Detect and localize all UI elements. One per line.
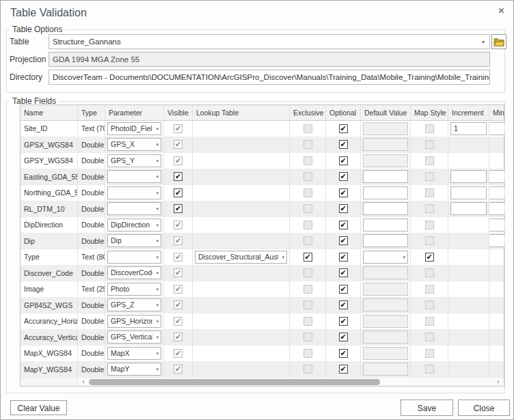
- chevron-down-icon: ▾: [156, 287, 159, 292]
- scroll-left-icon[interactable]: ‹: [78, 378, 89, 386]
- visible-checkbox[interactable]: ✔: [174, 188, 182, 197]
- map-style-cell: [411, 153, 448, 169]
- default-value-dropdown[interactable]: ▾: [363, 251, 408, 264]
- table-validation-dialog: Table Validation × Table Options Table S…: [0, 0, 514, 420]
- min-input[interactable]: [489, 186, 504, 199]
- parameter-dropdown[interactable]: ▾: [107, 170, 161, 183]
- optional-checkbox[interactable]: ✔: [339, 204, 348, 213]
- default-value-cell: [361, 121, 411, 137]
- parameter-dropdown[interactable]: Photo▾: [107, 283, 161, 296]
- exclusive-checkbox: [303, 124, 312, 133]
- visible-checkbox[interactable]: ✔: [174, 172, 182, 181]
- parameter-dropdown[interactable]: GPS_Horizontal▾: [107, 315, 161, 328]
- field-name: Type: [21, 249, 78, 265]
- exclusive-cell: [290, 185, 326, 201]
- exclusive-checkbox: [303, 365, 312, 374]
- parameter-dropdown[interactable]: ▾: [107, 202, 161, 215]
- close-icon[interactable]: ×: [498, 5, 504, 17]
- lookup-cell: [193, 234, 290, 249]
- increment-input[interactable]: [450, 186, 487, 199]
- parameter-dropdown[interactable]: GPS_Z▾: [107, 298, 161, 311]
- parameter-dropdown[interactable]: MapX▾: [107, 347, 161, 360]
- field-type: Text (255): [78, 281, 105, 297]
- scrollbar-track[interactable]: [89, 379, 493, 385]
- optional-checkbox[interactable]: ✔: [339, 317, 348, 326]
- optional-checkbox[interactable]: ✔: [339, 124, 348, 133]
- exclusive-cell: [290, 281, 326, 297]
- lookup-table-dropdown[interactable]: Discover_Structural_Australia▾: [195, 251, 287, 264]
- clear-value-button[interactable]: Clear Value: [10, 400, 67, 415]
- scrollbar-thumb[interactable]: [89, 379, 380, 385]
- parameter-dropdown[interactable]: PhotoID_Field▾: [107, 122, 161, 135]
- map-style-checkbox[interactable]: ✔: [425, 253, 434, 262]
- default-value-cell: [361, 234, 411, 249]
- field-type: Double: [78, 201, 105, 217]
- parameter-dropdown[interactable]: GPS_X▾: [107, 138, 161, 151]
- parameter-dropdown[interactable]: DipDirection▾: [107, 219, 161, 232]
- optional-checkbox[interactable]: ✔: [339, 236, 348, 245]
- exclusive-checkbox[interactable]: ✔: [303, 253, 312, 262]
- optional-checkbox[interactable]: ✔: [339, 253, 348, 262]
- optional-checkbox[interactable]: ✔: [339, 349, 348, 358]
- min-input[interactable]: [489, 170, 504, 183]
- exclusive-cell: [290, 266, 326, 281]
- default-value-input[interactable]: [363, 170, 408, 183]
- parameter-dropdown[interactable]: DiscoverCode▾: [107, 266, 161, 279]
- visible-checkbox: ✔: [174, 124, 182, 133]
- save-button[interactable]: Save: [401, 400, 453, 416]
- field-name: GPSY_WGS84: [21, 153, 78, 169]
- default-value-input: [363, 138, 408, 151]
- close-button[interactable]: Close: [458, 400, 510, 416]
- parameter-dropdown[interactable]: GPS_Vertical▾: [107, 331, 161, 344]
- visible-checkbox[interactable]: ✔: [174, 204, 182, 213]
- table-combobox[interactable]: Structure_Gannans ▾: [49, 34, 490, 49]
- default-value-input[interactable]: [363, 202, 408, 215]
- map-style-checkbox: [425, 268, 434, 277]
- scroll-right-icon[interactable]: ›: [493, 378, 504, 386]
- parameter-dropdown[interactable]: ▾: [107, 251, 161, 264]
- visible-cell: ✔: [164, 313, 193, 329]
- visible-checkbox: ✔: [174, 140, 182, 149]
- directory-field[interactable]: DiscoverTeam - Documents\DOCUMENTATION\A…: [49, 70, 490, 85]
- browse-folder-button[interactable]: [491, 34, 506, 49]
- map-style-checkbox: [425, 365, 434, 374]
- parameter-cell: PhotoID_Field▾: [105, 121, 164, 137]
- optional-checkbox[interactable]: ✔: [339, 300, 348, 309]
- default-value-input[interactable]: [363, 234, 408, 247]
- optional-checkbox[interactable]: ✔: [339, 268, 348, 277]
- min-cell: [489, 346, 504, 361]
- increment-input[interactable]: 1: [450, 122, 487, 135]
- parameter-dropdown[interactable]: Dip▾: [107, 234, 161, 247]
- field-name: Easting_GDA_55: [21, 169, 78, 185]
- increment-cell: 1: [448, 121, 489, 137]
- increment-input[interactable]: [450, 170, 487, 183]
- optional-checkbox[interactable]: ✔: [339, 285, 348, 294]
- table-row: DipDoubleDip▾✔✔: [21, 234, 504, 250]
- parameter-dropdown-value: GPS_Vertical: [111, 331, 152, 343]
- optional-checkbox[interactable]: ✔: [339, 365, 348, 374]
- optional-checkbox[interactable]: ✔: [339, 156, 348, 165]
- field-name: Site_ID: [21, 121, 78, 137]
- parameter-dropdown[interactable]: MapY▾: [107, 363, 161, 376]
- table-row: Accuracy_VerticalDoubleGPS_Vertical▾✔✔: [21, 330, 504, 346]
- default-value-cell: [361, 153, 411, 169]
- optional-checkbox[interactable]: ✔: [339, 140, 348, 149]
- default-value-input[interactable]: [363, 186, 408, 199]
- parameter-dropdown[interactable]: GPS_Y▾: [107, 154, 161, 167]
- optional-checkbox[interactable]: ✔: [339, 188, 348, 197]
- min-input[interactable]: [489, 234, 504, 247]
- field-name: MapX_WGS84: [21, 346, 78, 361]
- lookup-cell: [193, 281, 290, 297]
- optional-checkbox[interactable]: ✔: [339, 172, 348, 181]
- min-input[interactable]: [489, 122, 504, 135]
- default-value-input[interactable]: [363, 219, 408, 232]
- map-style-checkbox: [425, 317, 434, 326]
- min-cell: [489, 121, 504, 137]
- increment-input[interactable]: [450, 202, 487, 215]
- optional-checkbox[interactable]: ✔: [339, 333, 348, 341]
- parameter-dropdown[interactable]: ▾: [107, 186, 161, 199]
- min-input[interactable]: [489, 202, 504, 215]
- optional-checkbox[interactable]: ✔: [339, 221, 348, 229]
- optional-cell: ✔: [326, 313, 361, 329]
- min-input[interactable]: [489, 219, 504, 232]
